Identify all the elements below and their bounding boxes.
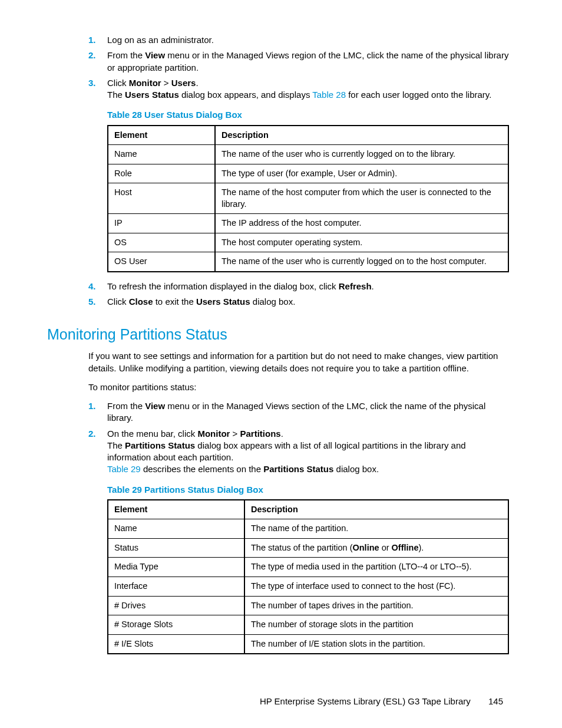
table-cell: Interface <box>108 577 244 597</box>
step-item: 2.On the menu bar, click Monitor > Parti… <box>88 428 509 476</box>
table-cell: The IP address of the host computer. <box>215 214 508 233</box>
step-number: 5. <box>88 296 96 308</box>
table-28-block: Table 28 User Status Dialog Box ElementD… <box>107 109 509 272</box>
table-row: # Storage SlotsThe number of storage slo… <box>108 615 508 635</box>
steps-list-c: 1.From the View menu or in the Managed V… <box>88 400 509 476</box>
table-cell: Name <box>108 519 244 539</box>
table-cell: OS <box>108 233 215 252</box>
table-cell: The name of the user who is currently lo… <box>215 145 508 164</box>
table-cell: The type of interface used to connect to… <box>244 577 508 597</box>
table-cell: Name <box>108 145 215 164</box>
table-row: NameThe name of the partition. <box>108 519 508 539</box>
section-heading: Monitoring Partitions Status <box>47 325 509 345</box>
table-header-cell: Description <box>215 126 508 145</box>
step-item: 4.To refresh the information displayed i… <box>88 281 509 292</box>
paragraph-1: If you want to see settings and informat… <box>88 350 509 374</box>
page: 1.Log on as an administrator.2.From the … <box>0 0 562 728</box>
step-item: 5.Click Close to exit the Users Status d… <box>88 296 509 308</box>
table-row: # DrivesThe number of tapes drives in th… <box>108 596 508 615</box>
step-text: Click Monitor > Users.The Users Status d… <box>107 78 491 100</box>
table-row: OSThe host computer operating system. <box>108 233 508 252</box>
table-row: NameThe name of the user who is currentl… <box>108 145 508 164</box>
table-cell: OS User <box>108 252 215 272</box>
table-row: StatusThe status of the partition (Onlin… <box>108 538 508 558</box>
table-row: IPThe IP address of the host computer. <box>108 214 508 233</box>
table-cell: Host <box>108 183 215 214</box>
footer-text: HP Enterprise Systems Library (ESL) G3 T… <box>260 696 471 706</box>
step-number: 1. <box>88 34 96 46</box>
table-cell: The status of the partition (Online or O… <box>244 538 508 558</box>
table-29: ElementDescriptionNameThe name of the pa… <box>107 499 509 655</box>
step-number: 1. <box>88 400 96 412</box>
table-row: OS UserThe name of the user who is curre… <box>108 252 508 272</box>
table-cell: The number of I/E station slots in the p… <box>244 634 508 654</box>
table-cell: # I/E Slots <box>108 634 244 654</box>
table-row: InterfaceThe type of interface used to c… <box>108 577 508 597</box>
table-cell: The type of media used in the partition … <box>244 558 508 577</box>
table-28-caption: Table 28 User Status Dialog Box <box>107 109 509 121</box>
table-cell: IP <box>108 214 215 233</box>
step-item: 3.Click Monitor > Users.The Users Status… <box>88 77 509 101</box>
step-number: 4. <box>88 281 96 292</box>
steps-list-a: 1.Log on as an administrator.2.From the … <box>88 34 509 101</box>
step-item: 1.Log on as an administrator. <box>88 34 509 46</box>
step-number: 2. <box>88 428 96 440</box>
step-text: From the View menu or in the Managed Vie… <box>107 50 508 72</box>
table-cell: The name of the partition. <box>244 519 508 539</box>
table-cell: Role <box>108 164 215 183</box>
step-text: Log on as an administrator. <box>107 35 214 45</box>
paragraph-2: To monitor partitions status: <box>88 381 509 393</box>
table-cell: The number of tapes drives in the partit… <box>244 596 508 615</box>
table-cell: Status <box>108 538 244 558</box>
step-text: To refresh the information displayed in … <box>107 281 374 291</box>
table-28: ElementDescriptionNameThe name of the us… <box>107 125 509 273</box>
table-header-cell: Description <box>244 500 508 519</box>
table-cell: The name of the host computer from which… <box>215 183 508 214</box>
table-cell: The type of user (for example, User or A… <box>215 164 508 183</box>
table-cell: The number of storage slots in the parti… <box>244 615 508 635</box>
table-row: Media TypeThe type of media used in the … <box>108 558 508 577</box>
table-cell: # Drives <box>108 596 244 615</box>
table-row: # I/E SlotsThe number of I/E station slo… <box>108 634 508 654</box>
table-29-block: Table 29 Partitions Status Dialog Box El… <box>107 484 509 655</box>
table-header-cell: Element <box>108 500 244 519</box>
page-footer: HP Enterprise Systems Library (ESL) G3 T… <box>47 696 509 707</box>
table-cell: The name of the user who is currently lo… <box>215 252 508 272</box>
table-cell: Media Type <box>108 558 244 577</box>
table-row: RoleThe type of user (for example, User … <box>108 164 508 183</box>
step-item: 2.From the View menu or in the Managed V… <box>88 50 509 74</box>
table-header-cell: Element <box>108 126 215 145</box>
step-text: From the View menu or in the Managed Vie… <box>107 401 485 423</box>
step-text: Click Close to exit the Users Status dia… <box>107 297 295 307</box>
step-number: 3. <box>88 77 96 89</box>
table-cell: The host computer operating system. <box>215 233 508 252</box>
step-item: 1.From the View menu or in the Managed V… <box>88 400 509 424</box>
footer-page-number: 145 <box>488 696 503 707</box>
steps-list-b: 4.To refresh the information displayed i… <box>88 281 509 308</box>
table-29-caption: Table 29 Partitions Status Dialog Box <box>107 484 509 496</box>
table-cell: # Storage Slots <box>108 615 244 635</box>
step-number: 2. <box>88 50 96 61</box>
table-row: HostThe name of the host computer from w… <box>108 183 508 214</box>
step-text: On the menu bar, click Monitor > Partiti… <box>107 429 466 475</box>
